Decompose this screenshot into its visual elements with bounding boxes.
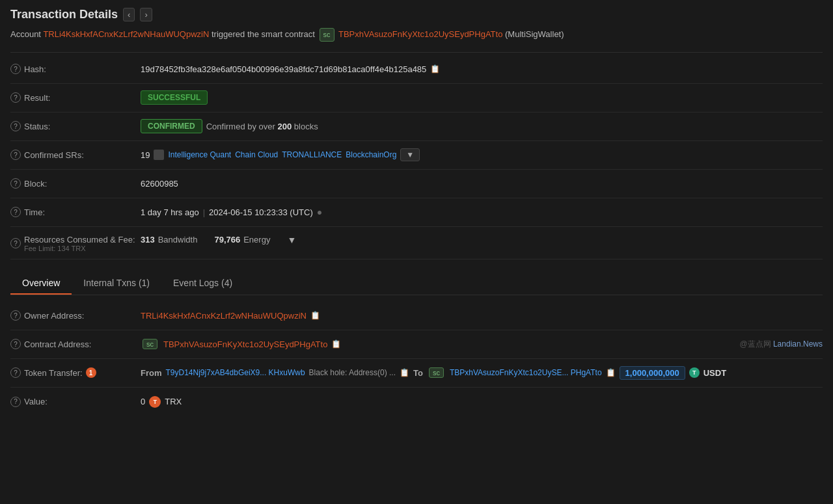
hash-text: 19d78452fb3fea328e6af0504b00996e39a8fdc7… [141,64,426,74]
usdt-icon: T [689,367,700,378]
owner-address-link[interactable]: TRLi4KskHxfACnxKzLrf2wNHauWUQpwziN [141,311,307,321]
sr-item-3[interactable]: TRONALLIANCE [282,150,342,159]
trx-icon: T [149,396,161,408]
resources-label-container: ? Resources Consumed & Fee: Fee Limit: 1… [10,235,141,252]
sr-item-2[interactable]: Chain Cloud [235,150,278,159]
value-token: TRX [165,397,182,406]
block-help-icon[interactable]: ? [10,178,21,189]
account-line: Account TRLi4KskHxfACnxKzLrf2wNHauWUQpwz… [10,28,823,42]
sr-item-1[interactable]: Intelligence Quant [168,150,231,159]
contract-address-label-container: ? Contract Address: [10,339,141,349]
confirmed-srs-row: ? Confirmed SRs: 19 Intelligence Quant C… [10,141,823,170]
to-label: To [413,368,423,378]
to-address-link[interactable]: TBPxhVAsuzoFnKyXtc1o2UySE... PHgATto [450,368,602,377]
time-relative: 1 day 7 hrs ago [141,207,199,217]
resources-value: 313 Bandwidth 79,766 Energy ▼ [141,235,823,245]
hash-row: ? Hash: 19d78452fb3fea328e6af0504b00996e… [10,55,823,84]
blackhole-label: Black hole: Address(0) ... [309,368,396,377]
energy-num: 79,766 [214,235,240,245]
tabs-bar: Overview Internal Txns (1) Event Logs (4… [10,272,823,295]
status-label: Status: [24,122,50,131]
result-label: Result: [24,93,50,103]
blocks-count: 200 [278,122,292,131]
confirmed-srs-label: Confirmed SRs: [24,150,84,160]
contract-address-label: Contract Address: [24,339,91,349]
resources-label-group: Resources Consumed & Fee: Fee Limit: 134… [24,235,135,252]
prev-button[interactable]: ‹ [123,8,135,21]
time-help-icon[interactable]: ? [10,207,21,217]
hash-label-container: ? Hash: [10,64,141,74]
result-help-icon[interactable]: ? [10,92,21,103]
hash-label: Hash: [24,64,46,74]
account-prefix-label: Account [10,29,41,39]
owner-address-label-container: ? Owner Address: [10,310,141,321]
resources-expand-button[interactable]: ▼ [287,235,296,245]
contract-address-copy-icon[interactable]: 📋 [331,339,341,349]
page-title: Transaction Details [10,8,118,21]
time-utc: 2024-06-15 10:23:33 (UTC) [209,207,313,217]
status-help-icon[interactable]: ? [10,121,21,131]
tab-overview[interactable]: Overview [10,272,72,295]
token-transfer-help-icon[interactable]: ? [10,367,21,378]
energy-label: Energy [243,235,270,245]
bandwidth-label: Bandwidth [158,235,198,245]
sr-logo-icon [154,150,164,160]
contract-help-icon[interactable]: ? [10,339,21,349]
time-info-icon[interactable]: ● [317,207,322,217]
to-sc-badge: sc [429,367,444,378]
to-copy-icon[interactable]: 📋 [606,368,616,377]
account-address-link[interactable]: TRLi4KskHxfACnxKzLrf2wNHauWUQpwziN [43,29,209,39]
token-symbol: USDT [703,368,726,378]
tab-event-logs[interactable]: Event Logs (4) [161,272,244,295]
confirmed-srs-help-icon[interactable]: ? [10,150,21,160]
contract-address-row: ? Contract Address: sc TBPxhVAsuzoFnKyXt… [10,330,823,359]
token-transfer-label-container: ? Token Transfer: 1 [10,367,141,378]
value-value: 0 T TRX [141,396,823,408]
page-header: Transaction Details ‹ › [10,8,823,21]
watermark-inline: @蓝点网 Landian.News [739,339,823,350]
contract-address-link[interactable]: TBPxhVAsuzoFnKyXtc1o2UySEydPHgATto [163,339,327,349]
result-row: ? Result: SUCCESSFUL [10,84,823,113]
contract-address-value: sc TBPxhVAsuzoFnKyXtc1o2UySEydPHgATto 📋 … [141,339,823,350]
block-row: ? Block: 62600985 [10,170,823,198]
from-label: From [141,368,162,378]
sr-dropdown-button[interactable]: ▼ [400,148,420,161]
status-value: CONFIRMED Confirmed by over 200 blocks [141,119,823,133]
result-value: SUCCESSFUL [141,90,823,105]
from-copy-icon[interactable]: 📋 [400,368,409,377]
token-transfer-label: Token Transfer: [24,368,83,378]
hash-help-icon[interactable]: ? [10,64,21,74]
next-button[interactable]: › [140,8,152,21]
hash-copy-icon[interactable]: 📋 [430,64,440,73]
sr-item-4[interactable]: BlockchainOrg [346,150,396,159]
time-value: 1 day 7 hrs ago | 2024-06-15 10:23:33 (U… [141,207,823,217]
trigger-text: triggered the smart contract [212,29,315,39]
resources-help-icon[interactable]: ? [10,238,21,248]
token-amount: 1,000,000,000 [620,366,685,380]
owner-help-icon[interactable]: ? [10,310,21,321]
status-row: ? Status: CONFIRMED Confirmed by over 20… [10,113,823,141]
owner-address-label: Owner Address: [24,311,85,321]
watermark-prefix: @蓝点网 [739,339,771,349]
token-transfer-row: ? Token Transfer: 1 From T9yD14Nj9j7xAB4… [10,359,823,388]
time-separator: | [203,207,205,217]
contract-address-link[interactable]: TBPxhVAsuzoFnKyXtc1o2UySEydPHgATto [338,29,502,39]
watermark-link[interactable]: Landian.News [773,339,823,349]
owner-address-value: TRLi4KskHxfACnxKzLrf2wNHauWUQpwziN 📋 [141,311,823,321]
owner-address-copy-icon[interactable]: 📋 [310,311,320,320]
from-address-link[interactable]: T9yD14Nj9j7xAB4dbGeiX9... KHxuWwb [166,368,305,377]
confirmed-srs-label-container: ? Confirmed SRs: [10,150,141,160]
value-label: Value: [24,397,48,406]
result-label-container: ? Result: [10,92,141,103]
block-value: 62600985 [141,179,823,189]
overview-section: ? Owner Address: TRLi4KskHxfACnxKzLrf2wN… [10,302,823,416]
status-badge: CONFIRMED [141,119,202,133]
time-label-container: ? Time: [10,207,141,217]
block-label: Block: [24,179,47,189]
tab-internal-txns[interactable]: Internal Txns (1) [72,272,161,295]
token-from-to: From T9yD14Nj9j7xAB4dbGeiX9... KHxuWwb B… [141,366,726,380]
value-help-icon[interactable]: ? [10,397,21,407]
value-row: ? Value: 0 T TRX [10,388,823,416]
value-label-container: ? Value: [10,397,141,407]
time-label: Time: [24,207,45,217]
